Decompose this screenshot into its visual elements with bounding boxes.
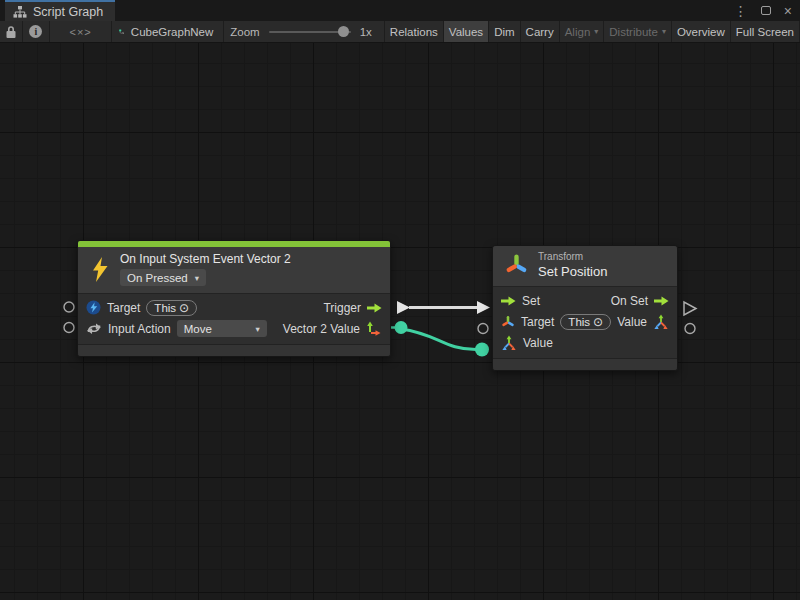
port-on-set-output[interactable] bbox=[684, 302, 696, 315]
port-trigger-output[interactable] bbox=[397, 301, 410, 314]
graph-canvas[interactable]: On Input System Event Vector 2 On Presse… bbox=[0, 43, 800, 600]
align-dropdown-button[interactable]: Align ▾ bbox=[560, 21, 605, 42]
port-setposition-value-output[interactable] bbox=[685, 324, 695, 334]
node-footer bbox=[78, 344, 390, 356]
chevron-down-icon: ▾ bbox=[195, 273, 199, 283]
lightning-bolt-icon bbox=[90, 256, 110, 283]
code-preview-button[interactable]: <×> bbox=[50, 21, 112, 42]
zoom-slider-knob[interactable] bbox=[338, 26, 349, 37]
node-title: On Input System Event Vector 2 bbox=[120, 252, 291, 266]
transform-small-icon bbox=[501, 315, 515, 329]
node-header[interactable]: On Input System Event Vector 2 On Presse… bbox=[78, 247, 390, 293]
input-action-icon bbox=[86, 321, 102, 336]
lock-button[interactable] bbox=[0, 21, 23, 42]
toolbar-buttons: Relations Values Dim Carry Align ▾ Distr… bbox=[385, 21, 800, 42]
port-row-target: Target This ⊙ Value bbox=[493, 311, 677, 332]
node-body: Target This ⊙ Trigger bbox=[78, 293, 390, 344]
node-header[interactable]: Transform Set Position bbox=[493, 246, 677, 286]
relations-button[interactable]: Relations bbox=[385, 21, 444, 42]
flow-arrow-icon bbox=[654, 295, 669, 307]
zoom-value: 1x bbox=[360, 26, 372, 38]
distribute-dropdown-button[interactable]: Distribute ▾ bbox=[604, 21, 672, 42]
tab-title: Script Graph bbox=[33, 5, 103, 19]
code-preview-icon: <×> bbox=[70, 26, 92, 38]
node-title: Set Position bbox=[538, 264, 607, 279]
target-this-chip[interactable]: This ⊙ bbox=[560, 314, 611, 330]
graph-name: CubeGraphNew bbox=[131, 26, 213, 38]
port-event-target-input[interactable] bbox=[64, 302, 74, 312]
graph-toolbar: i <×> CubeGraphNew Zoom 1x Relations Val… bbox=[0, 21, 800, 43]
overview-button[interactable]: Overview bbox=[672, 21, 731, 42]
port-event-input-action-input[interactable] bbox=[64, 323, 74, 333]
vector3-icon bbox=[653, 314, 669, 330]
port-row-set: Set On Set bbox=[493, 290, 677, 311]
port-setposition-target-input[interactable] bbox=[478, 324, 488, 334]
tab-script-graph[interactable]: Script Graph bbox=[5, 0, 115, 21]
zoom-slider[interactable] bbox=[269, 31, 351, 33]
node-body: Set On Set bbox=[493, 286, 677, 358]
node-on-input-system-event-vector2[interactable]: On Input System Event Vector 2 On Presse… bbox=[77, 240, 391, 357]
chevron-down-icon: ▾ bbox=[662, 27, 666, 36]
graph-hierarchy-icon bbox=[13, 6, 27, 18]
wire-trigger-arrowhead bbox=[477, 301, 490, 314]
full-screen-button[interactable]: Full Screen bbox=[731, 21, 800, 42]
zoom-label: Zoom bbox=[230, 26, 259, 38]
script-graph-window: Script Graph ⋮ × i <×> CubeGra bbox=[0, 0, 800, 600]
port-vector2-value-output[interactable] bbox=[395, 321, 408, 334]
lock-icon bbox=[5, 25, 17, 39]
close-icon[interactable]: × bbox=[784, 4, 792, 18]
dim-button[interactable]: Dim bbox=[489, 21, 520, 42]
target-dot-icon: ⊙ bbox=[593, 316, 603, 328]
chevron-down-icon: ▾ bbox=[594, 27, 598, 36]
values-button[interactable]: Values bbox=[444, 21, 489, 42]
window-controls: ⋮ × bbox=[734, 0, 792, 21]
wire-vector2-to-value[interactable] bbox=[401, 329, 476, 350]
target-this-chip[interactable]: This ⊙ bbox=[146, 300, 197, 316]
port-row-value: Value bbox=[493, 332, 677, 353]
flow-arrow-icon bbox=[501, 295, 516, 307]
tab-bar: Script Graph ⋮ × bbox=[0, 0, 800, 21]
graph-breadcrumb[interactable]: CubeGraphNew bbox=[112, 21, 224, 42]
target-dot-icon: ⊙ bbox=[179, 302, 189, 314]
zoom-control: Zoom 1x bbox=[224, 21, 385, 42]
node-set-position[interactable]: Transform Set Position Set On Set bbox=[492, 245, 678, 371]
maximize-icon[interactable] bbox=[761, 6, 771, 15]
port-setposition-value-input[interactable] bbox=[475, 343, 489, 357]
carry-button[interactable]: Carry bbox=[521, 21, 560, 42]
info-button[interactable]: i bbox=[23, 21, 51, 42]
port-row-input-action: Input Action Move ▾ Vector 2 Value bbox=[78, 318, 390, 339]
vector2-icon bbox=[366, 321, 382, 337]
vector3-icon bbox=[501, 335, 517, 351]
flow-arrow-icon bbox=[367, 302, 382, 314]
transform-icon bbox=[505, 253, 528, 277]
input-action-dropdown[interactable]: Move ▾ bbox=[177, 320, 267, 337]
port-row-target: Target This ⊙ Trigger bbox=[78, 297, 390, 318]
event-type-dropdown[interactable]: On Pressed ▾ bbox=[120, 269, 206, 286]
info-icon: i bbox=[29, 25, 42, 38]
chevron-down-icon: ▾ bbox=[255, 324, 259, 334]
node-category: Transform bbox=[538, 251, 607, 262]
input-system-target-icon bbox=[86, 300, 101, 315]
node-footer bbox=[493, 358, 677, 370]
window-menu-icon[interactable]: ⋮ bbox=[734, 4, 748, 18]
graph-asset-icon bbox=[119, 25, 125, 39]
